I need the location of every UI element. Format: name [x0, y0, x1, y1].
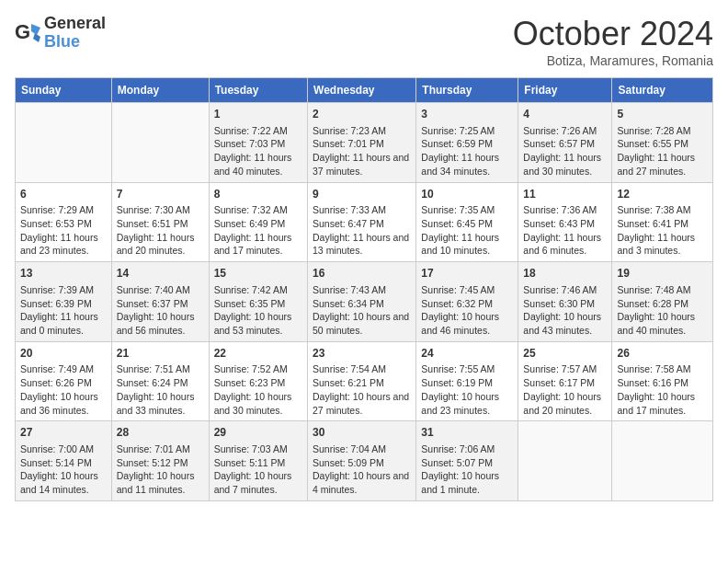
calendar-cell: 8Sunrise: 7:32 AM Sunset: 6:49 PM Daylig… — [209, 182, 307, 262]
calendar-cell: 24Sunrise: 7:55 AM Sunset: 6:19 PM Dayli… — [416, 341, 518, 421]
calendar-cell: 29Sunrise: 7:03 AM Sunset: 5:11 PM Dayli… — [209, 421, 307, 501]
day-info: Sunrise: 7:25 AM Sunset: 6:59 PM Dayligh… — [421, 124, 513, 178]
calendar-cell: 7Sunrise: 7:30 AM Sunset: 6:51 PM Daylig… — [111, 182, 209, 262]
calendar-cell: 11Sunrise: 7:36 AM Sunset: 6:43 PM Dayli… — [518, 182, 612, 262]
logo-blue-text: Blue — [44, 32, 80, 51]
calendar-day-header: Tuesday — [209, 78, 307, 103]
calendar-cell: 27Sunrise: 7:00 AM Sunset: 5:14 PM Dayli… — [16, 421, 112, 501]
calendar-day-header: Saturday — [612, 78, 713, 103]
calendar-cell: 23Sunrise: 7:54 AM Sunset: 6:21 PM Dayli… — [308, 341, 416, 421]
day-info: Sunrise: 7:06 AM Sunset: 5:07 PM Dayligh… — [421, 442, 513, 497]
day-info: Sunrise: 7:38 AM Sunset: 6:41 PM Dayligh… — [617, 203, 708, 258]
day-number: 24 — [421, 346, 513, 362]
day-number: 19 — [617, 266, 708, 282]
calendar-day-header: Monday — [111, 78, 209, 103]
day-number: 15 — [214, 266, 302, 282]
day-info: Sunrise: 7:01 AM Sunset: 5:12 PM Dayligh… — [117, 442, 204, 497]
day-number: 3 — [421, 107, 513, 122]
calendar-cell: 17Sunrise: 7:45 AM Sunset: 6:32 PM Dayli… — [416, 262, 518, 342]
calendar-cell — [612, 421, 713, 501]
day-number: 2 — [313, 107, 411, 122]
day-info: Sunrise: 7:29 AM Sunset: 6:53 PM Dayligh… — [20, 203, 107, 258]
day-info: Sunrise: 7:28 AM Sunset: 6:55 PM Dayligh… — [617, 124, 708, 178]
day-info: Sunrise: 7:51 AM Sunset: 6:24 PM Dayligh… — [117, 362, 204, 417]
day-info: Sunrise: 7:30 AM Sunset: 6:51 PM Dayligh… — [117, 203, 204, 258]
calendar-cell: 21Sunrise: 7:51 AM Sunset: 6:24 PM Dayli… — [111, 341, 209, 421]
calendar-cell: 19Sunrise: 7:48 AM Sunset: 6:28 PM Dayli… — [612, 262, 713, 342]
calendar-cell: 30Sunrise: 7:04 AM Sunset: 5:09 PM Dayli… — [308, 421, 416, 501]
day-info: Sunrise: 7:40 AM Sunset: 6:37 PM Dayligh… — [117, 283, 204, 338]
calendar-cell: 4Sunrise: 7:26 AM Sunset: 6:57 PM Daylig… — [518, 103, 612, 183]
day-info: Sunrise: 7:35 AM Sunset: 6:45 PM Dayligh… — [421, 203, 513, 258]
calendar-cell: 1Sunrise: 7:22 AM Sunset: 7:03 PM Daylig… — [209, 103, 307, 183]
day-number: 8 — [214, 187, 302, 202]
calendar-cell: 5Sunrise: 7:28 AM Sunset: 6:55 PM Daylig… — [612, 103, 713, 183]
day-info: Sunrise: 7:45 AM Sunset: 6:32 PM Dayligh… — [421, 283, 513, 338]
svg-marker-2 — [33, 33, 40, 42]
day-number: 4 — [523, 107, 607, 122]
calendar-cell: 16Sunrise: 7:43 AM Sunset: 6:34 PM Dayli… — [308, 262, 416, 342]
logo-general-text: General — [44, 14, 106, 32]
day-number: 10 — [421, 187, 513, 202]
day-number: 23 — [313, 346, 411, 362]
calendar-day-header: Sunday — [16, 78, 112, 103]
svg-marker-1 — [31, 24, 40, 35]
calendar-week-row: 6Sunrise: 7:29 AM Sunset: 6:53 PM Daylig… — [16, 182, 713, 262]
calendar-day-header: Wednesday — [308, 78, 416, 103]
calendar-cell — [16, 103, 112, 183]
day-number: 30 — [313, 425, 411, 441]
day-number: 22 — [214, 346, 302, 362]
calendar-cell: 13Sunrise: 7:39 AM Sunset: 6:39 PM Dayli… — [16, 262, 112, 342]
calendar-day-header: Friday — [518, 78, 612, 103]
calendar-cell: 12Sunrise: 7:38 AM Sunset: 6:41 PM Dayli… — [612, 182, 713, 262]
calendar-cell: 25Sunrise: 7:57 AM Sunset: 6:17 PM Dayli… — [518, 341, 612, 421]
page-title: October 2024 — [513, 15, 713, 53]
calendar-cell — [518, 421, 612, 501]
day-info: Sunrise: 7:23 AM Sunset: 7:01 PM Dayligh… — [313, 124, 411, 178]
day-number: 18 — [523, 266, 607, 282]
calendar-cell: 3Sunrise: 7:25 AM Sunset: 6:59 PM Daylig… — [416, 103, 518, 183]
calendar-week-row: 13Sunrise: 7:39 AM Sunset: 6:39 PM Dayli… — [16, 262, 713, 342]
calendar-body: 1Sunrise: 7:22 AM Sunset: 7:03 PM Daylig… — [16, 103, 713, 501]
day-info: Sunrise: 7:33 AM Sunset: 6:47 PM Dayligh… — [313, 203, 411, 258]
day-info: Sunrise: 7:26 AM Sunset: 6:57 PM Dayligh… — [523, 124, 607, 178]
calendar-cell: 14Sunrise: 7:40 AM Sunset: 6:37 PM Dayli… — [111, 262, 209, 342]
day-number: 27 — [20, 425, 107, 441]
calendar-cell: 22Sunrise: 7:52 AM Sunset: 6:23 PM Dayli… — [209, 341, 307, 421]
day-number: 1 — [214, 107, 302, 122]
calendar-cell: 18Sunrise: 7:46 AM Sunset: 6:30 PM Dayli… — [518, 262, 612, 342]
day-info: Sunrise: 7:32 AM Sunset: 6:49 PM Dayligh… — [214, 203, 302, 258]
calendar-cell: 6Sunrise: 7:29 AM Sunset: 6:53 PM Daylig… — [16, 182, 112, 262]
day-info: Sunrise: 7:00 AM Sunset: 5:14 PM Dayligh… — [20, 442, 107, 497]
day-number: 17 — [421, 266, 513, 282]
calendar-week-row: 27Sunrise: 7:00 AM Sunset: 5:14 PM Dayli… — [16, 421, 713, 501]
day-number: 12 — [617, 187, 708, 202]
calendar-cell: 9Sunrise: 7:33 AM Sunset: 6:47 PM Daylig… — [308, 182, 416, 262]
day-number: 29 — [214, 425, 302, 441]
day-number: 16 — [313, 266, 411, 282]
day-info: Sunrise: 7:42 AM Sunset: 6:35 PM Dayligh… — [214, 283, 302, 338]
day-info: Sunrise: 7:55 AM Sunset: 6:19 PM Dayligh… — [421, 362, 513, 417]
calendar-cell: 10Sunrise: 7:35 AM Sunset: 6:45 PM Dayli… — [416, 182, 518, 262]
day-info: Sunrise: 7:52 AM Sunset: 6:23 PM Dayligh… — [214, 362, 302, 417]
calendar-cell — [111, 103, 209, 183]
day-info: Sunrise: 7:43 AM Sunset: 6:34 PM Dayligh… — [313, 283, 411, 338]
page-header: G General Blue October 2024 Botiza, Mara… — [15, 15, 713, 68]
day-info: Sunrise: 7:57 AM Sunset: 6:17 PM Dayligh… — [523, 362, 607, 417]
day-info: Sunrise: 7:36 AM Sunset: 6:43 PM Dayligh… — [523, 203, 607, 258]
day-number: 26 — [617, 346, 708, 362]
calendar-cell: 15Sunrise: 7:42 AM Sunset: 6:35 PM Dayli… — [209, 262, 307, 342]
day-info: Sunrise: 7:46 AM Sunset: 6:30 PM Dayligh… — [523, 283, 607, 338]
calendar-table: SundayMondayTuesdayWednesdayThursdayFrid… — [15, 77, 713, 501]
calendar-cell: 28Sunrise: 7:01 AM Sunset: 5:12 PM Dayli… — [111, 421, 209, 501]
day-number: 6 — [20, 187, 107, 202]
day-info: Sunrise: 7:58 AM Sunset: 6:16 PM Dayligh… — [617, 362, 708, 417]
day-number: 25 — [523, 346, 607, 362]
day-number: 7 — [117, 187, 204, 202]
day-number: 14 — [117, 266, 204, 282]
day-number: 11 — [523, 187, 607, 202]
calendar-week-row: 1Sunrise: 7:22 AM Sunset: 7:03 PM Daylig… — [16, 103, 713, 183]
day-number: 13 — [20, 266, 107, 282]
day-number: 21 — [117, 346, 204, 362]
calendar-cell: 2Sunrise: 7:23 AM Sunset: 7:01 PM Daylig… — [308, 103, 416, 183]
